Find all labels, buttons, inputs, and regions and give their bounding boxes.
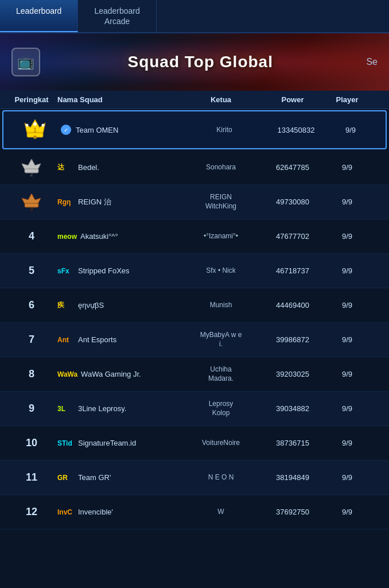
power-cell: 49730080	[258, 198, 327, 206]
tab-bar: Leaderboard LeaderboardArcade	[0, 0, 389, 33]
player-cell: 9/9	[327, 163, 367, 172]
col-power: Power	[258, 95, 327, 104]
svg-point-2	[33, 136, 37, 139]
player-cell: 9/9	[327, 439, 367, 447]
squad-name: WaWa Gaming Jr.	[81, 370, 141, 378]
banner: 📺 Squad Top Global Se	[0, 33, 389, 91]
squad-cell: ✓ Team OMEN	[61, 125, 187, 135]
table-row[interactable]: 1 ✓ Team OMEN Kirito 133450832 9/9	[2, 110, 387, 149]
col-ketua: Ketua	[184, 95, 258, 104]
player-cell: 9/9	[330, 126, 371, 134]
squad-name: Team OMEN	[76, 126, 118, 134]
column-headers: Peringkat Nama Squad Ketua Power Player	[0, 91, 389, 109]
squad-cell: WaWa WaWa Gaming Jr.	[57, 370, 184, 378]
player-cell: 9/9	[327, 335, 367, 344]
verified-badge: ✓	[61, 125, 71, 135]
squad-tag: 疾	[57, 300, 75, 310]
power-cell: 37692750	[258, 508, 327, 516]
squad-cell: sFx Stripped FoXes	[57, 266, 184, 275]
ketua-cell: LeprosyKolop	[184, 400, 258, 417]
table-row[interactable]: 7 Ant Ant Esports MyBabyA w ei. 39986872…	[0, 323, 389, 357]
squad-name: ęηνựβS	[78, 301, 104, 310]
ketua-cell: N E O N	[184, 473, 258, 482]
ketua-cell: UchihaMadara.	[184, 365, 258, 383]
squad-tag: WaWa	[57, 370, 77, 378]
table-row[interactable]: 12 InvC Invencible' W 37692750 9/9	[0, 495, 389, 529]
ketua-cell: MyBabyA w ei.	[184, 331, 258, 349]
search-button[interactable]: Se	[360, 54, 383, 70]
tab-leaderboard-arcade[interactable]: LeaderboardArcade	[78, 0, 156, 32]
svg-marker-10	[22, 194, 41, 204]
table-row[interactable]: 6 疾 ęηνựβS Munish 44469400 9/9	[0, 288, 389, 323]
squad-tag: InvC	[57, 508, 75, 516]
banner-icon: 📺	[11, 48, 40, 76]
ketua-cell: W	[184, 508, 258, 517]
svg-marker-7	[22, 159, 41, 169]
squad-name: SignatureTeam.id	[78, 439, 136, 447]
squad-cell: InvC Invencible'	[57, 508, 184, 516]
squad-cell: Rgη REIGN 治	[57, 197, 184, 207]
table-row[interactable]: 9 3L 3Line Leprosy. LeprosyKolop 3903488…	[0, 392, 389, 426]
player-cell: 9/9	[327, 198, 367, 206]
squad-name: Ant Esports	[78, 335, 116, 344]
table-row[interactable]: 10 STid SignatureTeam.id VoitureNoire 38…	[0, 426, 389, 461]
banner-title: Squad Top Global	[40, 53, 360, 71]
power-cell: 46718737	[258, 266, 327, 275]
ketua-cell: Sonohara	[184, 163, 258, 172]
player-cell: 9/9	[327, 473, 367, 482]
power-cell: 47677702	[258, 232, 327, 241]
table-row[interactable]: 2 达 Bedel. Sonohara 62647785 9/9	[0, 150, 389, 185]
table-row[interactable]: 8 WaWa WaWa Gaming Jr. UchihaMadara. 392…	[0, 357, 389, 392]
svg-text:1: 1	[33, 127, 37, 133]
squad-name: Team GR'	[78, 473, 111, 482]
squad-tag: Rgη	[57, 198, 75, 206]
col-peringkat: Peringkat	[6, 95, 57, 104]
table-row[interactable]: 4 meow Akatsuki°^° •°Izanami°• 47677702 …	[0, 219, 389, 254]
player-cell: 9/9	[327, 232, 367, 241]
table-row[interactable]: 11 GR Team GR' N E O N 38194849 9/9	[0, 461, 389, 495]
ketua-cell: •°Izanami°•	[184, 232, 258, 241]
squad-name: Stripped FoXes	[78, 266, 130, 275]
ketua-cell: REIGNWitchKing	[184, 193, 258, 211]
squad-cell: meow Akatsuki°^°	[57, 232, 184, 241]
table-row[interactable]: 3 Rgη REIGN 治 REIGNWitchKing 49730080 9/…	[0, 185, 389, 219]
svg-point-5	[42, 124, 45, 127]
ketua-cell: VoitureNoire	[184, 439, 258, 448]
player-cell: 9/9	[327, 508, 367, 516]
power-cell: 39034882	[258, 404, 327, 413]
squad-name: Akatsuki°^°	[80, 232, 118, 241]
power-cell: 39203025	[258, 370, 327, 378]
squad-cell: GR Team GR'	[57, 473, 184, 482]
player-cell: 9/9	[327, 404, 367, 413]
squad-name: 3Line Leprosy.	[78, 404, 126, 413]
svg-point-4	[26, 124, 29, 127]
squad-name: Invencible'	[78, 508, 113, 516]
power-cell: 44469400	[258, 301, 327, 310]
squad-tag: meow	[57, 233, 77, 241]
squad-tag: 达	[57, 163, 75, 172]
squad-name: Bedel.	[78, 163, 99, 172]
squad-tag: STid	[57, 439, 75, 447]
tab-leaderboard[interactable]: Leaderboard	[0, 0, 78, 32]
ketua-cell: Munish	[184, 301, 258, 310]
player-cell: 9/9	[327, 370, 367, 378]
squad-cell: Ant Ant Esports	[57, 335, 184, 344]
power-cell: 133450832	[262, 126, 330, 134]
squad-tag: Ant	[57, 336, 75, 344]
squad-cell: 3L 3Line Leprosy.	[57, 404, 184, 413]
squad-cell: STid SignatureTeam.id	[57, 439, 184, 447]
squad-tag: sFx	[57, 267, 75, 275]
svg-text:3: 3	[30, 206, 33, 212]
power-cell: 39986872	[258, 335, 327, 344]
svg-text:2: 2	[30, 172, 33, 177]
squad-tag: GR	[57, 474, 75, 482]
player-cell: 9/9	[327, 301, 367, 310]
table-row[interactable]: 5 sFx Stripped FoXes Sfx • Nick 46718737…	[0, 254, 389, 288]
squad-cell: 疾 ęηνựβS	[57, 300, 184, 310]
ketua-cell: Kirito	[187, 126, 262, 135]
power-cell: 62647785	[258, 163, 327, 172]
col-nama-squad: Nama Squad	[57, 95, 184, 104]
ketua-cell: Sfx • Nick	[184, 266, 258, 276]
squad-name: REIGN 治	[78, 197, 111, 207]
player-cell: 9/9	[327, 266, 367, 275]
